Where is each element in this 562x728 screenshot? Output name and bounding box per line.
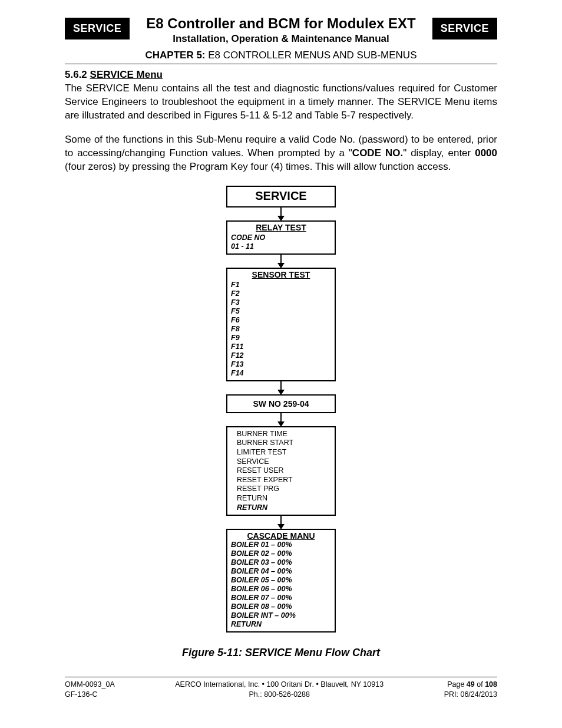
doc-title: E8 Controller and BCM for Modulex EXT [130, 15, 432, 32]
misc-item: RETURN [237, 494, 329, 503]
footer-left-2: GF-136-C [65, 690, 115, 700]
chapter-line: CHAPTER 5: E8 CONTROLLER MENUS AND SUB-M… [65, 50, 497, 61]
fc-misc-body: BURNER TIME BURNER START LIMITER TEST SE… [227, 427, 335, 515]
arrow-3 [280, 381, 282, 394]
fc-cascade-head: CASCADE MANU [227, 530, 335, 541]
p2-c: " display, enter [403, 147, 475, 159]
fc-relay-body: CODE NO 01 - 11 [227, 232, 335, 253]
fc-sensor-box: SENSOR TEST F1 F2 F3 F5 F6 F8 F9 F11 F12… [226, 268, 336, 381]
fc-cascade-box: CASCADE MANU BOILER 01 – 00% BOILER 02 –… [226, 529, 336, 633]
sensor-item: F2 [231, 289, 331, 298]
cascade-item: BOILER 01 – 00% [231, 541, 331, 549]
cascade-item: BOILER 06 – 00% [231, 585, 331, 594]
paragraph-2: Some of the functions in this Sub-Menu r… [65, 133, 497, 174]
footer-center: AERCO International, Inc. • 100 Oritani … [115, 680, 444, 700]
fc-sensor-head: SENSOR TEST [227, 269, 335, 279]
misc-item: LIMITER TEST [237, 448, 329, 457]
footer-right-2: PRI: 06/24/2013 [444, 690, 497, 700]
page: SERVICE E8 Controller and BCM for Module… [0, 0, 562, 717]
figure-caption: Figure 5-11: SERVICE Menu Flow Chart [65, 647, 497, 659]
sensor-item: F12 [231, 351, 331, 360]
misc-item: RESET USER [237, 466, 329, 476]
fc-service-title: SERVICE [227, 187, 335, 206]
cascade-item: BOILER 07 – 00% [231, 594, 331, 602]
page-total: 108 [485, 680, 497, 689]
footer-center-2: Ph.: 800-526-0288 [115, 690, 444, 700]
cascade-item: BOILER 03 – 00% [231, 558, 331, 567]
footer-rule [65, 677, 497, 677]
sensor-item: F9 [231, 334, 331, 342]
fc-sensor-body: F1 F2 F3 F5 F6 F8 F9 F11 F12 F13 F14 [227, 279, 335, 380]
doc-subtitle: Installation, Operation & Maintenance Ma… [130, 33, 432, 45]
misc-item: SERVICE [237, 457, 329, 467]
header-center: E8 Controller and BCM for Modulex EXT In… [130, 15, 432, 45]
chapter-text: E8 CONTROLLER MENUS AND SUB-MENUS [206, 50, 417, 61]
arrow-2 [280, 255, 282, 268]
arrow-4 [280, 413, 282, 426]
footer-left: OMM-0093_0A GF-136-C [65, 680, 115, 700]
cascade-item: BOILER 04 – 00% [231, 567, 331, 576]
misc-item: BURNER TIME [237, 430, 329, 439]
sensor-item: F3 [231, 298, 331, 307]
p2-0000: 0000 [475, 147, 497, 159]
arrow-1 [280, 207, 282, 220]
footer-left-1: OMM-0093_0A [65, 680, 115, 690]
service-badge-left: SERVICE [65, 18, 130, 39]
sensor-item: F11 [231, 342, 331, 351]
sensor-item: F13 [231, 360, 331, 369]
p2-code-no: CODE NO. [352, 147, 403, 159]
misc-item: RESET PRG [237, 485, 329, 494]
paragraph-1: The SERVICE Menu contains all the test a… [65, 82, 497, 123]
page-of: of [475, 680, 485, 689]
fc-relay-box: RELAY TEST CODE NO 01 - 11 [226, 220, 336, 255]
footer-right-1: Page 49 of 108 [444, 680, 497, 690]
misc-item: RESET EXPERT [237, 476, 329, 485]
footer-center-1: AERCO International, Inc. • 100 Oritani … [115, 680, 444, 690]
header-row: SERVICE E8 Controller and BCM for Module… [65, 18, 497, 45]
fc-cascade-body: BOILER 01 – 00% BOILER 02 – 00% BOILER 0… [227, 541, 335, 631]
relay-item-0: CODE NO [231, 233, 331, 242]
service-badge-right: SERVICE [432, 18, 497, 39]
footer-row: OMM-0093_0A GF-136-C AERCO International… [65, 680, 497, 700]
footer-right: Page 49 of 108 PRI: 06/24/2013 [444, 680, 497, 700]
page-label: Page [447, 680, 467, 689]
p2-e: (four zeros) by pressing the Program Key… [65, 161, 451, 172]
cascade-item: BOILER 08 – 00% [231, 602, 331, 611]
fc-sw-box: SW NO 259-04 [226, 394, 336, 413]
misc-item: BURNER START [237, 439, 329, 448]
fc-sw-head: SW NO 259-04 [227, 396, 335, 412]
relay-item-1: 01 - 11 [231, 242, 331, 251]
sensor-item: F8 [231, 325, 331, 334]
fc-service-box: SERVICE [226, 186, 336, 207]
arrow-5 [280, 516, 282, 529]
cascade-item: BOILER 02 – 00% [231, 549, 331, 558]
sensor-item: F6 [231, 316, 331, 325]
cascade-item: RETURN [231, 620, 331, 629]
section-label: SERVICE Menu [90, 69, 163, 80]
sensor-item: F5 [231, 307, 331, 316]
cascade-item: BOILER INT – 00% [231, 611, 331, 620]
page-current: 49 [467, 680, 475, 689]
flowchart: SERVICE RELAY TEST CODE NO 01 - 11 SENSO… [225, 186, 337, 633]
sensor-item: F14 [231, 369, 331, 378]
cascade-item: BOILER 05 – 00% [231, 576, 331, 585]
fc-misc-box: BURNER TIME BURNER START LIMITER TEST SE… [226, 426, 336, 516]
misc-item-return-italic: RETURN [237, 503, 329, 513]
sensor-item: F1 [231, 281, 331, 289]
section-heading: 5.6.2 SERVICE Menu [65, 69, 497, 81]
fc-relay-head: RELAY TEST [227, 222, 335, 232]
chapter-label: CHAPTER 5: [146, 50, 206, 61]
section-number: 5.6.2 [65, 69, 90, 80]
header-rule [65, 64, 497, 64]
